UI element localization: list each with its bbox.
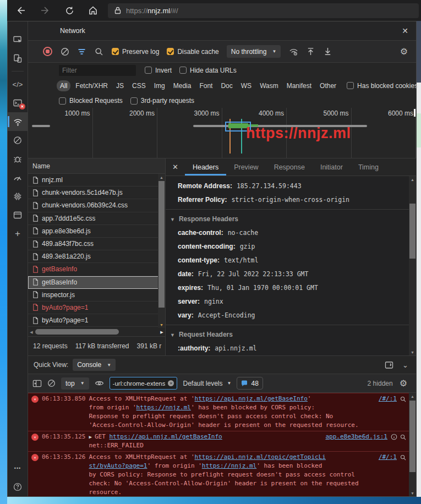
request-row-selected[interactable]: getBaseInfo — [28, 276, 165, 289]
headers-scrollbar[interactable]: ▲ ▼ — [409, 176, 416, 355]
request-headers-section[interactable]: ▼Request Headers — [166, 327, 416, 342]
request-row[interactable]: app.7ddd1e5c.css — [28, 212, 165, 225]
name-column-header[interactable]: Name — [28, 158, 165, 174]
request-row-error[interactable]: byAuto?page=1 — [28, 302, 165, 314]
filter-chip-wasm[interactable]: Wasm — [256, 80, 282, 91]
filter-chip-img[interactable]: Img — [151, 80, 168, 91]
console-error-row[interactable]: ✕ 06:13:35.126 Access to XMLHttpRequest … — [28, 451, 416, 496]
scroll-up-icon[interactable]: ▲ — [409, 393, 416, 399]
expand-arrow-icon[interactable]: ▶ — [89, 434, 91, 440]
execution-context-select[interactable]: top▼ — [61, 377, 89, 390]
console-sidebar-icon[interactable] — [32, 379, 42, 388]
filter-chip-all[interactable]: All — [57, 80, 70, 91]
device-emulation-icon[interactable] — [8, 49, 28, 68]
console-filter-input[interactable]: -url:chrome-extens ✕ — [110, 377, 178, 390]
live-expression-eye-icon[interactable] — [95, 380, 104, 387]
search-similar-icon[interactable] — [400, 434, 406, 440]
collapse-quick-view-icon[interactable]: ⌄ — [402, 361, 408, 369]
scroll-right-icon[interactable]: ▶ — [158, 328, 165, 336]
scroll-up-icon[interactable]: ▲ — [158, 174, 165, 180]
scroll-up-icon[interactable]: ▲ — [409, 176, 416, 183]
third-party-checkbox[interactable] — [130, 97, 138, 105]
request-row[interactable]: inspector.js — [28, 289, 165, 302]
back-button[interactable] — [13, 2, 29, 19]
help-icon[interactable] — [8, 478, 28, 496]
request-row[interactable]: byAuto?page=1 — [28, 314, 165, 327]
record-network-log-button[interactable] — [39, 47, 56, 56]
filter-chip-js[interactable]: JS — [113, 80, 127, 91]
tab-timing[interactable]: Timing — [351, 159, 386, 176]
export-har-icon[interactable] — [319, 47, 336, 56]
source-link[interactable]: /#/:1 — [379, 395, 397, 403]
quick-view-select[interactable]: Console▼ — [73, 359, 116, 371]
clear-filter-icon[interactable]: ✕ — [168, 380, 174, 386]
import-har-icon[interactable] — [302, 47, 319, 56]
clear-network-log-icon[interactable] — [56, 47, 73, 56]
invert-checkbox[interactable] — [145, 67, 152, 74]
scrollbar-thumb[interactable] — [35, 329, 119, 335]
network-icon[interactable] — [8, 112, 28, 131]
scrollbar-thumb[interactable] — [409, 401, 415, 472]
url-link[interactable]: https://nnjz.ml — [136, 404, 191, 411]
network-settings-gear-icon[interactable]: ⚙ — [400, 47, 408, 56]
debugger-icon[interactable] — [8, 150, 28, 168]
source-link[interactable]: /#/:1 — [379, 453, 397, 462]
filter-chip-fetch-xhr[interactable]: Fetch/XHR — [72, 80, 111, 91]
home-button[interactable] — [85, 2, 101, 19]
request-list-scrollbar[interactable]: ▲ ▼ — [158, 174, 165, 328]
request-row[interactable]: nnjz.ml — [28, 174, 165, 187]
reload-button[interactable] — [61, 2, 78, 19]
console-settings-gear-icon[interactable]: ⚙ — [400, 379, 407, 388]
request-row[interactable]: 489.a843f7bc.css — [28, 238, 165, 250]
console-icon[interactable]: ✕ — [8, 94, 28, 112]
scroll-down-icon[interactable]: ▼ — [158, 321, 165, 328]
search-similar-icon[interactable] — [400, 396, 406, 402]
search-icon[interactable] — [90, 47, 107, 56]
has-blocked-cookies-checkbox[interactable] — [347, 82, 354, 89]
more-tools-icon[interactable]: ••• — [8, 459, 28, 478]
close-devtools-icon[interactable]: ✕ — [402, 26, 408, 35]
dock-bottom-icon[interactable] — [385, 361, 393, 369]
source-link[interactable]: app.e8e3be6d.js:1 — [325, 432, 387, 441]
clear-console-icon[interactable] — [47, 379, 56, 387]
request-row[interactable]: chunk-vendors.5c1d4e7b.js — [28, 187, 165, 199]
filter-chip-css[interactable]: CSS — [129, 80, 149, 91]
request-row[interactable]: 489.3e81a220.js — [28, 250, 165, 263]
request-row[interactable]: app.e8e3be6d.js — [28, 225, 165, 238]
tab-initiator[interactable]: Initiator — [313, 159, 351, 176]
preserve-log-checkbox[interactable] — [112, 48, 119, 55]
request-row[interactable]: chunk-vendors.06b39c24.css — [28, 199, 165, 212]
filter-chip-font[interactable]: Font — [196, 80, 216, 91]
throttling-select[interactable]: No throttling▼ — [227, 45, 281, 58]
scroll-down-icon[interactable]: ▼ — [409, 349, 416, 355]
inspect-icon[interactable] — [8, 30, 28, 49]
memory-icon[interactable] — [8, 187, 28, 206]
performance-icon[interactable] — [8, 168, 28, 187]
request-row-error[interactable]: getBaseInfo — [28, 263, 165, 276]
console-scrollbar[interactable]: ▲ ▼ — [409, 393, 416, 496]
scroll-down-icon[interactable]: ▼ — [409, 490, 416, 496]
disable-cache-checkbox[interactable] — [167, 48, 174, 55]
scroll-left-icon[interactable]: ◀ — [28, 328, 35, 336]
console-error-row[interactable]: ✕ 06:13:33.850 Access to XMLHttpRequest … — [28, 393, 416, 431]
blocked-requests-checkbox[interactable] — [59, 97, 66, 105]
info-icon[interactable] — [391, 434, 397, 440]
message-count-badge[interactable]: 48 — [237, 377, 263, 390]
request-list-horizontal-scrollbar[interactable]: ◀ ▶ — [28, 328, 165, 337]
search-similar-icon[interactable] — [400, 454, 406, 461]
application-icon[interactable] — [8, 206, 28, 224]
scrollbar-thumb[interactable] — [409, 204, 415, 259]
sources-icon[interactable]: </> — [8, 75, 28, 94]
tab-headers[interactable]: Headers — [185, 159, 226, 176]
network-conditions-icon[interactable] — [285, 47, 302, 56]
tab-preview[interactable]: Preview — [226, 159, 266, 176]
filter-icon[interactable] — [73, 48, 90, 56]
filter-chip-other[interactable]: Other — [316, 80, 340, 91]
close-detail-icon[interactable]: ✕ — [166, 163, 185, 171]
lock-icon[interactable] — [114, 7, 121, 14]
url-link[interactable]: https://api.nnjz.ml/getBaseInfo — [195, 395, 308, 402]
request-blocking-icon[interactable] — [8, 131, 28, 150]
response-headers-section[interactable]: ▼Response Headers — [166, 212, 416, 226]
network-overview-timeline[interactable]: 1000 ms 2000 ms 3000 ms 4000 ms 5000 ms … — [28, 108, 416, 158]
filter-chip-ws[interactable]: WS — [238, 80, 255, 91]
